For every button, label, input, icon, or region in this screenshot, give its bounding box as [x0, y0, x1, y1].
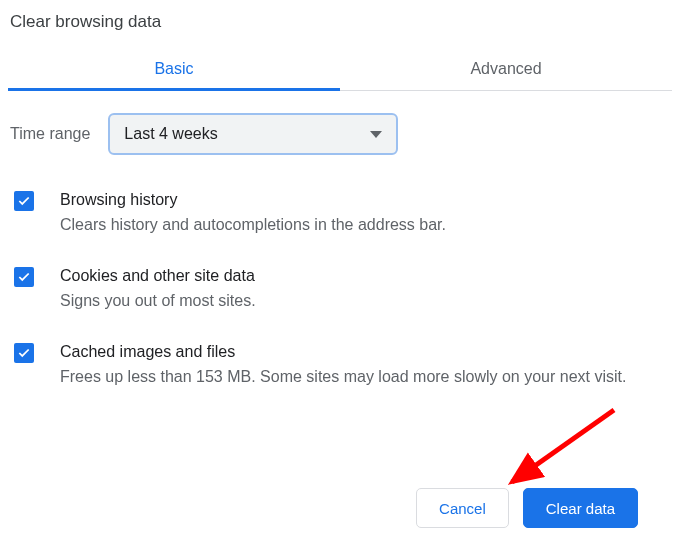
- time-range-select[interactable]: Last 4 weeks: [108, 113, 398, 155]
- option-text: Cookies and other site data Signs you ou…: [60, 265, 256, 313]
- check-icon: [17, 194, 31, 208]
- option-browsing-history: Browsing history Clears history and auto…: [10, 175, 670, 251]
- tabs: Basic Advanced: [8, 48, 672, 91]
- option-cookies: Cookies and other site data Signs you ou…: [10, 251, 670, 327]
- checkbox-browsing-history[interactable]: [14, 191, 34, 211]
- checkbox-cookies[interactable]: [14, 267, 34, 287]
- option-cache: Cached images and files Frees up less th…: [10, 327, 670, 403]
- clear-browsing-data-dialog: Clear browsing data Basic Advanced Time …: [0, 0, 680, 403]
- check-icon: [17, 346, 31, 360]
- svg-line-0: [512, 410, 614, 482]
- time-range-row: Time range Last 4 weeks: [8, 91, 672, 167]
- option-title: Cookies and other site data: [60, 265, 256, 287]
- option-text: Browsing history Clears history and auto…: [60, 189, 446, 237]
- option-desc: Clears history and autocompletions in th…: [60, 213, 446, 237]
- time-range-value: Last 4 weeks: [124, 125, 217, 143]
- options-list: Browsing history Clears history and auto…: [8, 167, 672, 403]
- tab-basic[interactable]: Basic: [8, 48, 340, 90]
- option-title: Cached images and files: [60, 341, 626, 363]
- chevron-down-icon: [370, 131, 382, 138]
- annotation-arrow-icon: [494, 404, 624, 494]
- option-title: Browsing history: [60, 189, 446, 211]
- time-range-label: Time range: [10, 125, 90, 143]
- clear-data-button[interactable]: Clear data: [523, 488, 638, 528]
- cancel-button[interactable]: Cancel: [416, 488, 509, 528]
- option-text: Cached images and files Frees up less th…: [60, 341, 626, 389]
- dialog-actions: Cancel Clear data: [416, 488, 638, 528]
- option-desc: Signs you out of most sites.: [60, 289, 256, 313]
- dialog-title: Clear browsing data: [8, 8, 672, 48]
- check-icon: [17, 270, 31, 284]
- checkbox-cache[interactable]: [14, 343, 34, 363]
- option-desc: Frees up less than 153 MB. Some sites ma…: [60, 365, 626, 389]
- tab-advanced[interactable]: Advanced: [340, 48, 672, 90]
